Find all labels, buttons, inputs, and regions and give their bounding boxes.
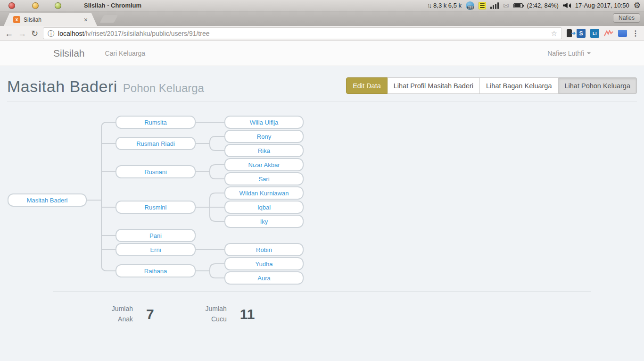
- browser-profile-chip[interactable]: Nafies: [613, 13, 640, 23]
- tree-node[interactable]: Rumsita: [116, 116, 196, 129]
- page-info-icon[interactable]: ⓘ: [48, 30, 54, 37]
- tab-close-icon[interactable]: ×: [84, 17, 88, 23]
- window-title: Silsilah - Chromium: [84, 2, 141, 9]
- window-close-button[interactable]: [8, 2, 15, 9]
- forward-icon[interactable]: →: [18, 29, 26, 38]
- network-traffic-indicator[interactable]: ↑↓ 8,3 k 6,5 k: [427, 2, 462, 9]
- battery-icon[interactable]: [513, 3, 523, 8]
- web-page: Silsilah Cari Keluarga Nafies Luthfi Mas…: [0, 41, 644, 361]
- signal-strength-icon[interactable]: [490, 2, 499, 9]
- blue-extension-icon[interactable]: [618, 30, 627, 37]
- tree-node[interactable]: Aura: [224, 271, 304, 285]
- new-tab-button[interactable]: [100, 15, 118, 23]
- site-brand[interactable]: Silsilah: [53, 48, 85, 59]
- tree-node[interactable]: Rika: [224, 144, 304, 157]
- window-maximize-button[interactable]: [55, 2, 61, 9]
- task-list-indicator-icon[interactable]: [479, 2, 486, 9]
- tree-node[interactable]: Rusman Riadi: [116, 137, 196, 150]
- tree-node[interactable]: Yudha: [224, 257, 304, 270]
- page-title: Masitah Baderi: [7, 77, 117, 96]
- stat-anak-value: 7: [146, 306, 154, 322]
- url-host: localhost: [58, 30, 84, 37]
- page-header: Masitah Baderi Pohon Keluarga Edit Data …: [0, 66, 644, 102]
- mail-indicator-icon[interactable]: ✉: [503, 1, 509, 10]
- url-text: localhost/lv/riset/2017/silsilahku/publi…: [58, 30, 209, 37]
- send-to-device-extension-icon[interactable]: [567, 29, 572, 37]
- tree-node[interactable]: Wilia Ulfija: [224, 116, 304, 129]
- tree-node[interactable]: Rony: [224, 130, 304, 143]
- browser-tab[interactable]: x Silsilah ×: [4, 13, 97, 26]
- lihat-profil-button[interactable]: Lihat Profil Masitah Baderi: [388, 77, 480, 94]
- clock-label[interactable]: 17-Aug-2017, 10:50: [575, 2, 629, 9]
- tree-node[interactable]: Wildan Kurniawan: [224, 186, 304, 200]
- notification-badge: 289: [467, 6, 474, 9]
- tree-node[interactable]: Iqbal: [224, 201, 304, 214]
- browser-menu-icon[interactable]: ⋮: [632, 29, 639, 38]
- laravel-extension-icon[interactable]: [604, 30, 613, 37]
- page-subtitle: Pohon Keluarga: [123, 82, 204, 95]
- notification-indicator-icon[interactable]: 289: [466, 1, 474, 10]
- action-button-group: Edit Data Lihat Profil Masitah Baderi Li…: [346, 77, 637, 94]
- os-top-bar: Silsilah - Chromium ↑↓ 8,3 k 6,5 k 289 ✉…: [0, 0, 644, 11]
- stat-anak-label: Jumlah Anak: [109, 304, 133, 324]
- tree-node[interactable]: Raihana: [116, 264, 196, 277]
- tree-node[interactable]: Iky: [224, 215, 304, 228]
- tree-node-root[interactable]: Masitah Baderi: [8, 193, 87, 207]
- url-path: /lv/riset/2017/silsilahku/public/users/9…: [84, 30, 209, 37]
- stat-jumlah-anak: Jumlah Anak 7: [109, 304, 154, 324]
- tree-node[interactable]: Rusmini: [116, 201, 196, 214]
- gear-icon[interactable]: ⚙: [634, 1, 641, 9]
- window-minimize-button[interactable]: [32, 2, 39, 9]
- volume-icon[interactable]: [563, 3, 571, 8]
- bookmark-star-icon[interactable]: ☆: [551, 29, 557, 38]
- tree-node[interactable]: Nizar Akbar: [224, 158, 304, 171]
- xampp-favicon-icon: x: [13, 16, 20, 23]
- net-arrows-icon: ↑↓: [427, 2, 430, 9]
- tab-title: Silsilah: [24, 17, 41, 23]
- system-tray: ↑↓ 8,3 k 6,5 k 289 ✉ (2:42, 84%) 17-Aug-…: [427, 1, 644, 10]
- site-navbar: Silsilah Cari Keluarga Nafies Luthfi: [0, 41, 644, 66]
- stat-cucu-label: Jumlah Cucu: [203, 304, 227, 324]
- browser-tab-strip: x Silsilah × Nafies: [0, 11, 644, 26]
- li-extension-icon[interactable]: LI: [590, 29, 599, 38]
- tree-node[interactable]: Robin: [224, 243, 304, 256]
- tree-node[interactable]: Sari: [224, 172, 304, 185]
- s-extension-icon[interactable]: S: [577, 29, 586, 38]
- stat-cucu-value: 11: [240, 306, 255, 322]
- reload-icon[interactable]: ↻: [31, 29, 38, 38]
- stat-jumlah-cucu: Jumlah Cucu 11: [203, 304, 255, 324]
- back-icon[interactable]: ←: [5, 29, 13, 38]
- lihat-bagan-button[interactable]: Lihat Bagan Keluarga: [480, 77, 558, 94]
- battery-status-label: (2:42, 84%): [527, 2, 559, 9]
- browser-toolbar: ← → ↻ ⓘ localhost/lv/riset/2017/silsilah…: [0, 26, 644, 41]
- tree-node[interactable]: Pani: [116, 229, 196, 242]
- edit-data-button[interactable]: Edit Data: [346, 77, 388, 94]
- user-dropdown-label: Nafies Luthfi: [547, 50, 584, 57]
- tree-node[interactable]: Erni: [116, 243, 196, 256]
- net-traffic-label: 8,3 k 6,5 k: [433, 2, 462, 9]
- chevron-down-icon: [587, 52, 591, 54]
- nav-link-cari-keluarga[interactable]: Cari Keluarga: [105, 50, 146, 57]
- tree-node[interactable]: Rusnani: [116, 165, 196, 178]
- family-tree: Masitah Baderi Rumsita Rusman Riadi Rusn…: [0, 102, 644, 284]
- url-bar[interactable]: ⓘ localhost/lv/riset/2017/silsilahku/pub…: [43, 27, 562, 39]
- stats-divider: [53, 291, 591, 292]
- stats-row: Jumlah Anak 7 Jumlah Cucu 11: [53, 304, 644, 324]
- lihat-pohon-button[interactable]: Lihat Pohon Keluarga: [559, 77, 637, 94]
- user-dropdown[interactable]: Nafies Luthfi: [547, 50, 591, 57]
